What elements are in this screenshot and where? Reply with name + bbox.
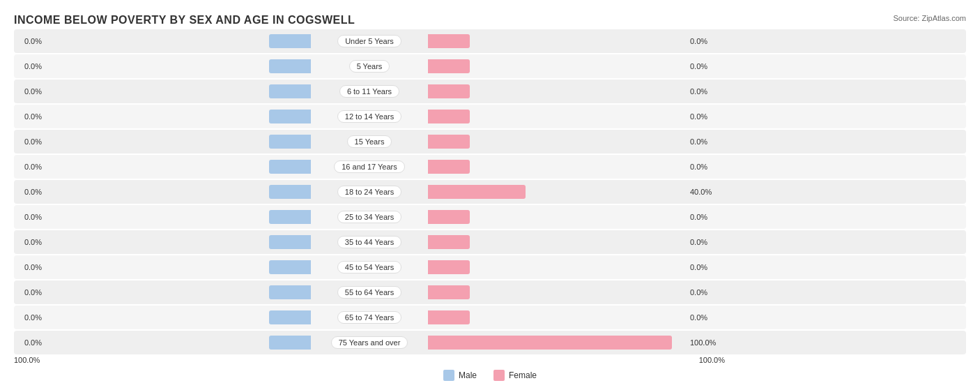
female-bar-wrapper bbox=[428, 59, 690, 73]
chart-row: 0.0% 45 to 54 Years 0.0% bbox=[14, 255, 966, 279]
male-bar-wrapper bbox=[42, 336, 311, 350]
left-section: 0.0% bbox=[14, 310, 314, 324]
male-value: 0.0% bbox=[14, 137, 42, 146]
female-bar bbox=[428, 185, 526, 199]
left-section: 0.0% bbox=[14, 84, 314, 98]
male-bar bbox=[269, 59, 311, 73]
center-label-wrapper: 15 Years bbox=[314, 135, 425, 148]
female-bar bbox=[428, 235, 470, 249]
male-value: 0.0% bbox=[14, 163, 42, 171]
female-value: 0.0% bbox=[690, 163, 725, 171]
left-section: 0.0% bbox=[14, 285, 314, 299]
male-bar-wrapper bbox=[42, 34, 311, 48]
legend-female-label: Female bbox=[509, 370, 537, 380]
chart-title: INCOME BELOW POVERTY BY SEX AND AGE IN C… bbox=[14, 14, 355, 27]
female-bar-wrapper bbox=[428, 260, 690, 274]
age-label: Under 5 Years bbox=[337, 35, 401, 47]
male-bar bbox=[269, 84, 311, 98]
bottom-labels: 100.0% 100.0% bbox=[14, 356, 966, 364]
bottom-right-value: 100.0% bbox=[699, 356, 725, 364]
male-bar bbox=[269, 235, 311, 249]
male-bar bbox=[269, 185, 311, 199]
age-label: 25 to 34 Years bbox=[337, 211, 401, 223]
female-value: 0.0% bbox=[690, 238, 725, 246]
male-value: 0.0% bbox=[14, 213, 42, 221]
female-bar-wrapper bbox=[428, 235, 690, 249]
right-section: 0.0% bbox=[425, 310, 725, 324]
female-bar bbox=[428, 160, 470, 174]
male-value: 0.0% bbox=[14, 62, 42, 70]
female-bar bbox=[428, 135, 470, 149]
female-value: 0.0% bbox=[690, 112, 725, 121]
female-bar-wrapper bbox=[428, 210, 690, 224]
male-value: 0.0% bbox=[14, 188, 42, 196]
left-section: 0.0% bbox=[14, 235, 314, 249]
male-bar-wrapper bbox=[42, 84, 311, 98]
age-label: 45 to 54 Years bbox=[337, 261, 401, 273]
legend-female-box bbox=[493, 370, 505, 381]
male-value: 0.0% bbox=[14, 338, 42, 347]
female-bar-wrapper bbox=[428, 135, 690, 149]
female-bar-wrapper bbox=[428, 110, 690, 123]
female-value: 0.0% bbox=[690, 288, 725, 297]
female-bar bbox=[428, 285, 470, 299]
right-section: 0.0% bbox=[425, 285, 725, 299]
age-label: 5 Years bbox=[349, 60, 390, 73]
age-label: 65 to 74 Years bbox=[337, 311, 401, 324]
male-bar-wrapper bbox=[42, 260, 311, 274]
right-section: 0.0% bbox=[425, 110, 725, 123]
center-label-wrapper: 5 Years bbox=[314, 60, 425, 73]
male-bar-wrapper bbox=[42, 235, 311, 249]
female-bar-wrapper bbox=[428, 185, 690, 199]
chart-row: 0.0% 18 to 24 Years 40.0% bbox=[14, 180, 966, 204]
left-section: 0.0% bbox=[14, 160, 314, 174]
age-label: 6 to 11 Years bbox=[339, 85, 399, 98]
chart-row: 0.0% 6 to 11 Years 0.0% bbox=[14, 80, 966, 103]
male-bar bbox=[269, 34, 311, 48]
age-label: 15 Years bbox=[347, 135, 392, 148]
male-bar-wrapper bbox=[42, 285, 311, 299]
male-bar bbox=[269, 310, 311, 324]
male-value: 0.0% bbox=[14, 37, 42, 45]
female-bar-wrapper bbox=[428, 336, 690, 350]
male-bar bbox=[269, 336, 311, 350]
female-bar-wrapper bbox=[428, 160, 690, 174]
right-section: 0.0% bbox=[425, 160, 725, 174]
center-label-wrapper: 45 to 54 Years bbox=[314, 261, 425, 273]
legend-male-label: Male bbox=[459, 370, 477, 380]
left-section: 0.0% bbox=[14, 210, 314, 224]
chart-row: 0.0% 5 Years 0.0% bbox=[14, 54, 966, 78]
male-value: 0.0% bbox=[14, 112, 42, 121]
male-value: 0.0% bbox=[14, 238, 42, 246]
bottom-left-value: 100.0% bbox=[14, 356, 40, 364]
chart-row: 0.0% 35 to 44 Years 0.0% bbox=[14, 230, 966, 254]
female-value: 0.0% bbox=[690, 62, 725, 70]
right-section: 0.0% bbox=[425, 34, 725, 48]
female-value: 100.0% bbox=[690, 338, 725, 347]
center-label-wrapper: 12 to 14 Years bbox=[314, 110, 425, 123]
legend-male-box bbox=[443, 370, 454, 381]
male-bar-wrapper bbox=[42, 210, 311, 224]
center-label-wrapper: 35 to 44 Years bbox=[314, 236, 425, 248]
center-label-wrapper: Under 5 Years bbox=[314, 35, 425, 47]
female-bar bbox=[428, 310, 470, 324]
female-value: 0.0% bbox=[690, 37, 725, 45]
female-bar bbox=[428, 34, 470, 48]
male-bar-wrapper bbox=[42, 135, 311, 149]
male-bar bbox=[269, 260, 311, 274]
male-bar-wrapper bbox=[42, 310, 311, 324]
right-section: 0.0% bbox=[425, 59, 725, 73]
female-bar-wrapper bbox=[428, 84, 690, 98]
female-bar bbox=[428, 260, 470, 274]
female-bar-wrapper bbox=[428, 34, 690, 48]
female-bar bbox=[428, 210, 470, 224]
female-value: 0.0% bbox=[690, 263, 725, 271]
female-value: 0.0% bbox=[690, 213, 725, 221]
center-label-wrapper: 75 Years and over bbox=[314, 336, 425, 349]
right-section: 0.0% bbox=[425, 210, 725, 224]
male-bar-wrapper bbox=[42, 110, 311, 123]
male-value: 0.0% bbox=[14, 87, 42, 96]
female-value: 40.0% bbox=[690, 188, 725, 196]
age-label: 35 to 44 Years bbox=[337, 236, 401, 248]
male-bar-wrapper bbox=[42, 160, 311, 174]
